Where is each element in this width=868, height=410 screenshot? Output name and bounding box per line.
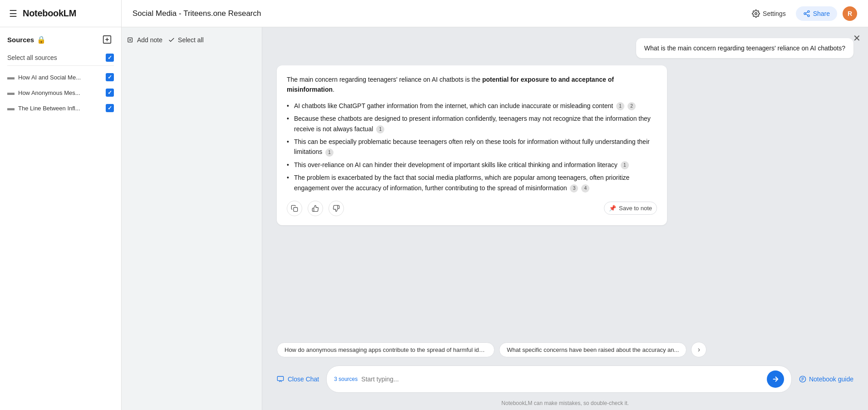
ai-response-intro: The main concern regarding teenagers' re… (287, 74, 657, 95)
notebook-guide-button[interactable]: Notebook guide (799, 375, 853, 383)
add-note-button[interactable]: Add note (127, 36, 162, 44)
sources-title: Sources (7, 36, 34, 44)
chat-panel: ✕ What is the main concern regarding tee… (262, 27, 868, 410)
bullet-3: This can be especially problematic becau… (287, 135, 657, 158)
suggestions-bar: How do anonymous messaging apps contribu… (262, 337, 868, 362)
ai-response-bullets: AI chatbots like ChatGPT gather informat… (287, 99, 657, 194)
document-icon-1: ▬ (7, 73, 15, 81)
sidebar: ☰ NotebookLM Sources 🔒 Select all source… (0, 0, 122, 410)
input-container: 3 sources (326, 366, 792, 393)
source-name-2[interactable]: How Anonymous Mes... (18, 89, 80, 96)
source-item-3: ▬ The Line Between Infl... (7, 100, 114, 116)
add-source-button[interactable] (100, 33, 114, 46)
hamburger-icon[interactable]: ☰ (7, 6, 19, 21)
suggestion-chip-2[interactable]: What specific concerns have been raised … (499, 342, 687, 357)
citation-7[interactable]: 4 (581, 184, 589, 193)
svg-point-4 (808, 10, 809, 12)
sources-title-row: Sources 🔒 (7, 35, 46, 44)
select-all-notes-button[interactable]: Select all (168, 36, 204, 44)
source-checkbox-1[interactable] (106, 73, 114, 81)
svg-rect-13 (277, 376, 283, 380)
close-chat-label: Close Chat (288, 375, 319, 383)
sources-header: Sources 🔒 (7, 33, 114, 46)
share-label: Share (813, 10, 830, 17)
chat-input-area: Close Chat 3 sources (262, 362, 868, 398)
citation-1[interactable]: 1 (616, 102, 624, 110)
source-checkbox-3[interactable] (106, 104, 114, 112)
main-header: Social Media - Triteens.one Research Set… (122, 0, 868, 27)
citation-6[interactable]: 3 (570, 184, 578, 193)
settings-label: Settings (763, 10, 786, 17)
ai-response-bold: potential for exposure to and acceptance… (287, 76, 614, 93)
svg-line-7 (805, 14, 808, 15)
user-question-text: What is the main concern regarding teena… (644, 44, 845, 52)
pin-icon: 📌 (609, 205, 616, 212)
ai-message-actions: 📌 Save to note (287, 201, 657, 216)
source-name-1[interactable]: How AI and Social Me... (18, 74, 81, 81)
notes-panel: Add note Select all (122, 27, 262, 410)
disclaimer: NotebookLM can make mistakes, so double-… (262, 398, 868, 410)
notebook-title: Social Media - Triteens.one Research (132, 9, 261, 18)
app-title: NotebookLM (23, 8, 76, 19)
select-all-notes-label: Select all (178, 36, 204, 44)
copy-button[interactable] (287, 201, 302, 216)
save-to-note-button[interactable]: 📌 Save to note (604, 202, 657, 215)
svg-point-5 (804, 13, 806, 15)
bullet-4: This over-reliance on AI can hinder thei… (287, 158, 657, 171)
ai-message: The main concern regarding teenagers' re… (277, 65, 667, 225)
chat-input[interactable] (361, 375, 763, 383)
notebook-guide-label: Notebook guide (809, 375, 853, 383)
select-all-row[interactable]: Select all sources (7, 50, 114, 66)
sources-count-badge: 3 sources (334, 376, 358, 382)
sidebar-content: Sources 🔒 Select all sources ▬ How AI an… (0, 27, 121, 410)
user-avatar[interactable]: R (843, 6, 857, 21)
bullet-5: The problem is exacerbated by the fact t… (287, 171, 657, 194)
save-to-note-label: Save to note (619, 205, 652, 212)
user-message: What is the main concern regarding teena… (636, 38, 853, 58)
document-icon-3: ▬ (7, 104, 15, 112)
close-chat-button[interactable]: Close Chat (277, 375, 319, 383)
svg-rect-12 (294, 207, 298, 212)
thumbs-down-button[interactable] (329, 201, 344, 216)
main: Social Media - Triteens.one Research Set… (122, 0, 868, 410)
citation-3[interactable]: 1 (376, 125, 384, 133)
svg-point-6 (808, 15, 809, 16)
bullet-2: Because these chatbots are designed to p… (287, 112, 657, 135)
notes-toolbar: Add note Select all (127, 33, 256, 47)
citation-4[interactable]: 1 (325, 148, 333, 157)
add-note-label: Add note (137, 36, 162, 44)
settings-button[interactable]: Settings (747, 7, 790, 20)
suggestion-chip-1[interactable]: How do anonymous messaging apps contribu… (277, 342, 495, 357)
suggestions-arrow-button[interactable]: › (691, 342, 706, 357)
action-icons (287, 201, 344, 216)
close-button[interactable]: ✕ (853, 33, 861, 44)
shield-icon: 🔒 (37, 35, 46, 44)
document-icon-2: ▬ (7, 89, 15, 97)
source-item-2: ▬ How Anonymous Mes... (7, 85, 114, 100)
source-name-3[interactable]: The Line Between Infl... (18, 105, 80, 112)
select-all-label: Select all sources (7, 54, 57, 61)
svg-point-3 (755, 12, 757, 15)
svg-line-8 (805, 12, 808, 13)
header-actions: Settings Share R (747, 6, 857, 21)
citation-5[interactable]: 1 (621, 161, 629, 169)
bullet-1: AI chatbots like ChatGPT gather informat… (287, 99, 657, 112)
top-bar: ☰ NotebookLM (0, 0, 121, 27)
chat-messages: ✕ What is the main concern regarding tee… (262, 27, 868, 337)
notebook-area: Add note Select all ✕ What is the main c… (122, 27, 868, 410)
source-item-1: ▬ How AI and Social Me... (7, 69, 114, 85)
source-checkbox-2[interactable] (106, 89, 114, 97)
thumbs-up-button[interactable] (308, 201, 323, 216)
share-button[interactable]: Share (796, 6, 837, 21)
send-button[interactable] (767, 370, 784, 388)
select-all-checkbox[interactable] (106, 54, 114, 62)
citation-2[interactable]: 2 (628, 102, 636, 110)
